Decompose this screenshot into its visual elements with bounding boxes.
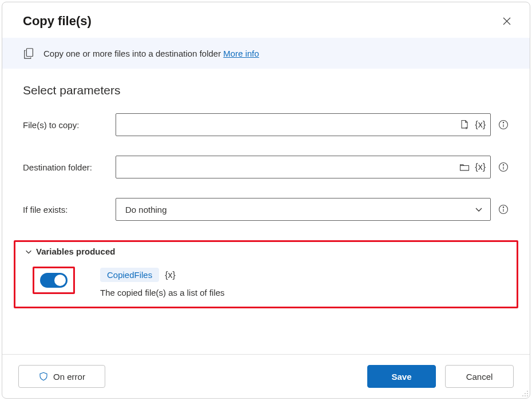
svg-point-12 [527,391,528,392]
on-error-button[interactable]: On error [18,365,105,388]
variables-produced-header[interactable]: Variables produced [25,247,507,256]
svg-point-5 [503,122,503,123]
banner-text: Copy one or more files into a destinatio… [43,49,259,58]
variable-info: CopiedFiles {x} The copied file(s) as a … [100,267,225,297]
destination-input-wrap: {x} [116,156,491,178]
toggle-knob [54,275,66,286]
dialog-content: Select parameters File(s) to copy: {x} [2,69,530,354]
dialog-header: Copy file(s) [2,2,530,38]
if-exists-select[interactable]: Do nothing [116,198,491,221]
svg-point-17 [527,395,528,396]
cancel-button[interactable]: Cancel [445,365,514,388]
more-info-link[interactable]: More info [223,49,259,58]
destination-row: Destination folder: {x} [23,156,509,178]
destination-info[interactable] [498,161,509,173]
svg-point-16 [525,395,526,396]
section-heading: Select parameters [23,84,509,97]
files-to-copy-label: File(s) to copy: [23,120,116,130]
variable-description: The copied file(s) as a list of files [100,288,225,297]
copy-files-dialog: Copy file(s) Copy one or more files into… [2,2,530,399]
variable-name-pill[interactable]: CopiedFiles [100,268,159,282]
save-button[interactable]: Save [367,365,436,388]
svg-point-14 [527,393,528,394]
svg-rect-2 [26,49,33,57]
close-icon [502,17,511,26]
svg-point-8 [503,165,503,165]
folder-picker-button[interactable] [459,161,470,173]
destination-input[interactable] [124,156,459,178]
shield-icon [38,371,49,382]
file-picker-button[interactable] [459,119,470,130]
files-to-copy-row: File(s) to copy: {x} [23,113,509,136]
info-icon [498,119,509,130]
svg-point-15 [522,395,523,396]
chevron-down-icon [474,205,483,214]
svg-point-13 [525,393,526,394]
toggle-highlight [33,267,75,294]
variable-toggle[interactable] [40,273,68,288]
files-to-copy-info[interactable] [498,119,509,130]
variable-picker-button[interactable]: {x} [475,120,486,130]
banner-text-label: Copy one or more files into a destinatio… [43,49,223,58]
destination-label: Destination folder: [23,162,116,172]
variables-produced-body: CopiedFiles {x} The copied file(s) as a … [25,267,507,297]
if-exists-label: If file exists: [23,205,116,215]
if-exists-value: Do nothing [125,205,167,215]
resize-handle-icon[interactable] [522,390,529,397]
close-button[interactable] [500,14,514,28]
file-picker-icon [459,119,470,130]
variables-produced-highlight: Variables produced CopiedFiles {x} The c… [14,240,518,308]
if-exists-info[interactable] [498,204,509,215]
on-error-label: On error [53,372,85,382]
files-to-copy-input-wrap: {x} [116,113,491,136]
dialog-title: Copy file(s) [23,14,92,29]
variable-x-label: {x} [165,270,176,280]
info-icon [498,161,509,173]
info-icon [498,204,509,215]
if-exists-row: If file exists: Do nothing [23,198,509,221]
svg-point-11 [503,207,503,208]
chevron-down-icon [25,248,33,256]
folder-icon [459,161,470,173]
files-to-copy-input[interactable] [124,114,459,136]
dialog-footer: On error Save Cancel [2,354,530,398]
copy-icon [23,47,35,59]
variable-picker-button[interactable]: {x} [475,162,486,172]
variables-produced-title: Variables produced [36,247,115,256]
info-banner: Copy one or more files into a destinatio… [2,38,530,69]
